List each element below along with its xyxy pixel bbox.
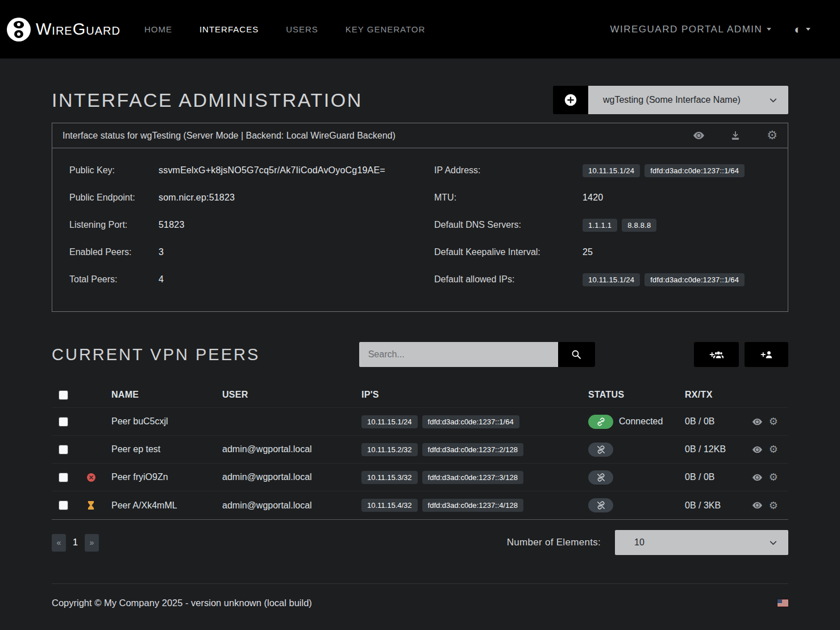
peer-ips: 10.11.15.1/24fdfd:d3ad:c0de:1237::1/64 xyxy=(355,415,581,428)
search-button[interactable] xyxy=(558,342,595,367)
elements-select-value: 10 xyxy=(634,537,644,548)
peer-edit-button[interactable]: ⚙ xyxy=(769,500,778,511)
row-checkbox[interactable] xyxy=(59,417,68,427)
ip-badge: fdfd:d3ad:c0de:1237::3/128 xyxy=(422,471,523,484)
brand-text: WireGuard xyxy=(36,20,120,39)
page-head: INTERFACE ADMINISTRATION wgTesting (Some… xyxy=(52,86,788,114)
peer-user: admin@wgportal.local xyxy=(215,500,355,511)
search-input[interactable] xyxy=(359,342,558,367)
download-config-button[interactable] xyxy=(730,131,741,141)
peer-rxtx: 0B / 0B xyxy=(678,472,750,482)
status-row-label: Default Keepalive Interval: xyxy=(434,247,583,257)
peer-rxtx: 0B / 3KB xyxy=(678,500,750,511)
ip-badge: fdfd:d3ad:c0de:1237::1/64 xyxy=(644,273,745,286)
status-row: Total Peers:4 xyxy=(69,266,434,293)
status-row-label: Total Peers: xyxy=(69,274,159,285)
row-checkbox[interactable] xyxy=(59,500,68,510)
status-row-label: Public Key: xyxy=(69,165,159,176)
navbar-right: WIREGUARD PORTAL ADMIN ◐ xyxy=(610,23,810,36)
status-row-value: 4 xyxy=(159,274,164,285)
status-row: Public Key:ssvmEelxG+k8jsNO5G7cq5r/Ak7Ii… xyxy=(69,157,434,184)
column-header-user: USER xyxy=(215,390,355,400)
interface-status-right-column: IP Address:10.11.15.1/24fdfd:d3ad:c0de:1… xyxy=(434,157,771,293)
show-config-button[interactable] xyxy=(693,130,704,141)
status-disconnected-icon xyxy=(588,470,613,485)
status-row-label: Public Endpoint: xyxy=(69,193,159,203)
nav-link-users[interactable]: USERS xyxy=(286,24,318,34)
peer-add-buttons xyxy=(694,342,788,367)
search-icon xyxy=(571,349,581,360)
ip-badge: 10.11.15.1/24 xyxy=(583,164,640,177)
interface-status-left-column: Public Key:ssvmEelxG+k8jsNO5G7cq5r/Ak7Ii… xyxy=(69,157,434,293)
pagination: « 1 » xyxy=(52,534,99,552)
ip-badge: fdfd:d3ad:c0de:1237::2/128 xyxy=(422,443,523,456)
brand[interactable]: WireGuard xyxy=(7,18,120,41)
status-row: IP Address:10.11.15.1/24fdfd:d3ad:c0de:1… xyxy=(434,157,771,184)
peer-expired-icon xyxy=(86,473,96,482)
interface-select-group: wgTesting (Some Interface Name) xyxy=(553,86,788,114)
select-all-checkbox[interactable] xyxy=(59,390,68,400)
interface-status-card-body: Public Key:ssvmEelxG+k8jsNO5G7cq5r/Ak7Ii… xyxy=(52,148,788,311)
status-row: Listening Port:51823 xyxy=(69,211,434,239)
peers-table: NAME USER IP'S STATUS RX/TX Peer buC5cxj… xyxy=(52,382,788,520)
copyright-text: Copyright © My Company 2025 - version un… xyxy=(52,598,312,608)
pagination-prev-button[interactable]: « xyxy=(52,534,66,552)
interface-status-card-header: Interface status for wgTesting (Server M… xyxy=(52,123,788,148)
status-row-value: som.nicr.ep:51823 xyxy=(159,193,235,203)
peers-head: CURRENT VPN PEERS xyxy=(52,342,788,367)
page-footer: Copyright © My Company 2025 - version un… xyxy=(52,583,788,620)
ip-badge: 10.11.15.4/32 xyxy=(361,499,418,512)
status-row: Default DNS Servers:1.1.1.18.8.8.8 xyxy=(434,211,771,239)
peer-status xyxy=(581,443,678,457)
peers-section-title: CURRENT VPN PEERS xyxy=(52,345,260,364)
elements-per-page-select[interactable]: 10 xyxy=(615,530,788,555)
peer-edit-button[interactable]: ⚙ xyxy=(769,444,778,454)
row-actions: ⚙ xyxy=(750,416,788,427)
row-checkbox[interactable] xyxy=(59,445,68,454)
status-row-value: 1.1.1.18.8.8.8 xyxy=(583,219,656,232)
peer-view-button[interactable] xyxy=(752,500,762,510)
peer-view-button[interactable] xyxy=(752,417,762,427)
peer-rxtx: 0B / 0B xyxy=(678,416,750,427)
ip-badge: 1.1.1.1 xyxy=(583,219,617,232)
row-checkbox-cell xyxy=(52,445,77,454)
gear-icon: ⚙ xyxy=(767,130,777,141)
table-footer: « 1 » Number of Elements: 10 xyxy=(52,530,788,555)
user-menu-dropdown[interactable]: WIREGUARD PORTAL ADMIN xyxy=(610,24,771,35)
eye-icon xyxy=(752,500,762,510)
row-checkbox[interactable] xyxy=(59,473,68,482)
navbar: WireGuard HOMEINTERFACESUSERSKEY GENERAT… xyxy=(0,0,840,59)
nav-link-interfaces[interactable]: INTERFACES xyxy=(199,24,259,34)
peer-name: Peer fryiO9Zn xyxy=(105,472,215,482)
add-interface-button[interactable] xyxy=(553,86,588,114)
peer-ips: 10.11.15.2/32fdfd:d3ad:c0de:1237::2/128 xyxy=(355,443,581,456)
peer-view-button[interactable] xyxy=(752,473,762,482)
status-row-label: Default allowed IPs: xyxy=(434,274,583,285)
column-header-name: NAME xyxy=(105,390,215,400)
theme-toggle-dropdown[interactable]: ◐ xyxy=(794,23,810,36)
peer-view-button[interactable] xyxy=(752,445,762,454)
peer-name: Peer A/Xk4mML xyxy=(105,500,215,511)
peer-edit-button[interactable]: ⚙ xyxy=(769,472,778,482)
row-state-cell xyxy=(77,473,105,482)
nav-link-key-generator[interactable]: KEY GENERATOR xyxy=(346,24,426,34)
column-header-ips: IP'S xyxy=(355,390,581,400)
status-row-label: Enabled Peers: xyxy=(69,247,159,257)
ip-badge: 10.11.15.1/24 xyxy=(583,273,640,286)
status-connected-icon xyxy=(588,415,613,429)
status-row: Enabled Peers:3 xyxy=(69,239,434,266)
pagination-next-button[interactable]: » xyxy=(85,534,99,552)
nav-link-home[interactable]: HOME xyxy=(144,24,172,34)
peer-user: admin@wgportal.local xyxy=(215,472,355,482)
peers-table-header: NAME USER IP'S STATUS RX/TX xyxy=(52,382,788,408)
add-peer-button[interactable] xyxy=(745,342,788,367)
peer-ips: 10.11.15.4/32fdfd:d3ad:c0de:1237::4/128 xyxy=(355,499,581,512)
peer-edit-button[interactable]: ⚙ xyxy=(769,416,778,427)
ip-badge: 10.11.15.1/24 xyxy=(361,415,418,428)
interface-select[interactable]: wgTesting (Some Interface Name) xyxy=(588,86,788,114)
status-disconnected-icon xyxy=(588,443,613,457)
us-flag-icon[interactable] xyxy=(777,599,788,607)
add-multiple-peers-button[interactable] xyxy=(694,342,739,367)
edit-interface-button[interactable]: ⚙ xyxy=(767,130,777,141)
eye-icon xyxy=(752,445,762,454)
